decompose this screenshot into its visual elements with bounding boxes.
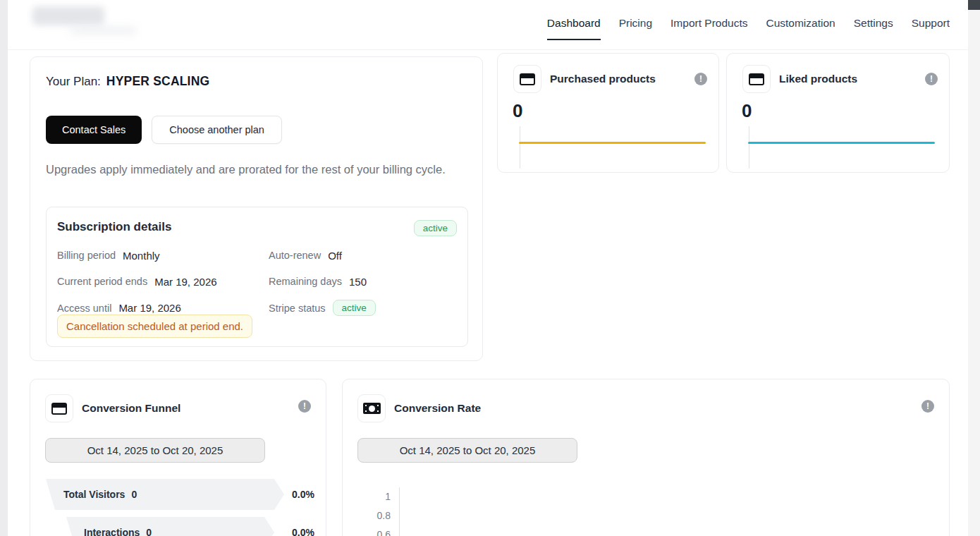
top-nav: Dashboard Pricing Import Products Custom… <box>547 17 950 40</box>
info-icon[interactable]: ! <box>925 73 938 85</box>
liked-products-line <box>748 142 935 144</box>
purchased-products-card: Purchased products ! 0 <box>497 53 719 173</box>
conversion-rate-title: Conversion Rate <box>394 402 481 415</box>
funnel-stage-interactions: Interactions 0 <box>66 517 274 536</box>
plan-name: HYPER SCALING <box>106 74 210 88</box>
field-auto-renew: Auto-renew Off <box>269 248 480 263</box>
window-icon-box <box>513 65 541 93</box>
y-tick: 1 <box>367 489 391 508</box>
liked-products-card: Liked products ! 0 <box>726 53 950 173</box>
cancellation-warning: Cancellation scheduled at period end. <box>57 315 252 338</box>
subscription-fields: Billing period Monthly Auto-renew Off Cu… <box>57 248 457 316</box>
info-icon[interactable]: ! <box>921 400 934 413</box>
subscription-title: Subscription details <box>57 220 171 234</box>
field-access-until: Access until Mar 19, 2026 <box>57 300 269 316</box>
nav-customization[interactable]: Customization <box>766 17 835 39</box>
funnel-date-range-button[interactable]: Oct 14, 2025 to Oct 20, 2025 <box>45 438 265 463</box>
nav-import-products[interactable]: Import Products <box>670 17 747 39</box>
plan-title-row: Your Plan:HYPER SCALING <box>46 74 467 89</box>
banknote-icon-box <box>357 394 386 422</box>
field-billing-period: Billing period Monthly <box>57 248 269 263</box>
funnel-stage-total-visitors: Total Visitors 0 <box>46 479 284 510</box>
app-logo-sub <box>70 27 137 35</box>
mini-chart-axis <box>749 126 749 169</box>
scrollbar-thumb[interactable] <box>968 0 980 10</box>
nav-dashboard[interactable]: Dashboard <box>547 17 601 40</box>
y-tick: 0.6 <box>367 528 391 536</box>
banknote-icon <box>363 403 381 414</box>
field-remaining-days: Remaining days 150 <box>269 274 480 289</box>
plan-note: Upgrades apply immediately and are prora… <box>46 161 458 179</box>
nav-support[interactable]: Support <box>912 17 950 39</box>
stripe-status-badge: active <box>333 300 376 316</box>
liked-products-title: Liked products <box>779 73 857 85</box>
field-current-period-ends: Current period ends Mar 19, 2026 <box>57 274 269 289</box>
purchased-products-value: 0 <box>513 100 522 122</box>
rate-chart-y-axis <box>399 487 400 536</box>
plan-card: Your Plan:HYPER SCALING Contact Sales Ch… <box>30 56 483 361</box>
funnel-stage-percent: 0.0% <box>286 527 314 536</box>
subscription-status-badge: active <box>414 220 457 236</box>
window-icon-box <box>45 394 73 422</box>
window-icon <box>520 73 535 85</box>
liked-products-value: 0 <box>742 100 752 122</box>
dashboard-page: Dashboard Pricing Import Products Custom… <box>0 0 980 536</box>
nav-settings[interactable]: Settings <box>854 17 893 39</box>
app-logo <box>32 6 104 25</box>
top-header: Dashboard Pricing Import Products Custom… <box>8 0 968 50</box>
window-icon <box>749 73 764 85</box>
info-icon[interactable]: ! <box>298 400 311 413</box>
window-icon <box>51 403 67 415</box>
mini-chart-axis <box>520 126 520 169</box>
rate-date-range-button[interactable]: Oct 14, 2025 to Oct 20, 2025 <box>357 438 577 463</box>
plan-label: Your Plan: <box>46 75 101 88</box>
funnel-stage-percent: 0.0% <box>286 489 314 500</box>
info-icon[interactable]: ! <box>694 73 707 85</box>
nav-pricing[interactable]: Pricing <box>619 17 652 39</box>
conversion-rate-card: Conversion Rate ! Oct 14, 2025 to Oct 20… <box>342 379 950 536</box>
rate-chart-y-ticks: 1 0.8 0.6 <box>367 489 391 536</box>
contact-sales-button[interactable]: Contact Sales <box>46 116 142 144</box>
purchased-products-line <box>519 142 706 144</box>
page-scrollbar[interactable] <box>968 0 980 536</box>
conversion-funnel-title: Conversion Funnel <box>82 402 180 415</box>
y-tick: 0.8 <box>367 508 391 528</box>
subscription-details-card: Subscription details active Billing peri… <box>46 207 468 347</box>
choose-plan-button[interactable]: Choose another plan <box>152 116 282 144</box>
conversion-funnel-card: Conversion Funnel ! Oct 14, 2025 to Oct … <box>30 379 326 536</box>
purchased-products-title: Purchased products <box>550 73 656 85</box>
window-icon-box <box>742 65 771 93</box>
window-left-edge <box>0 0 8 536</box>
field-stripe-status: Stripe status active <box>269 300 480 316</box>
